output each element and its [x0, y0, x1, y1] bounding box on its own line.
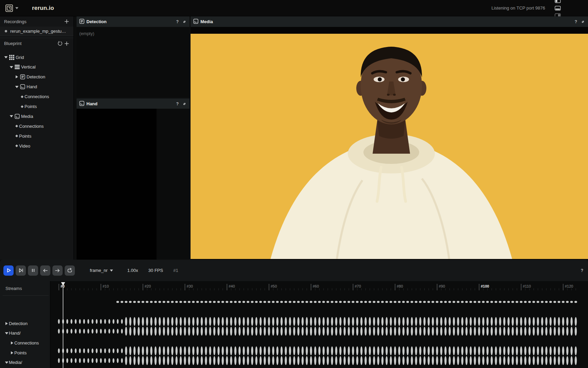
tree-item-label: Connections [14, 340, 39, 346]
chevron-down-icon[interactable] [4, 360, 9, 365]
view-2d-icon [193, 19, 198, 25]
svg-text:#30: #30 [187, 284, 193, 288]
detection-panel-header[interactable]: Detection ? [77, 16, 190, 27]
stream-item-points[interactable]: Points [0, 348, 50, 357]
stream-item-connections[interactable]: Connections [0, 338, 50, 348]
chevron-right-icon[interactable] [14, 74, 19, 80]
detection-help-button[interactable]: ? [176, 19, 179, 24]
blueprint-item-connections[interactable]: Connections [0, 121, 74, 131]
time-panel: frame_nr 1.00x 30 FPS #1 ? Streams Detec… [0, 260, 588, 368]
stream-item-media[interactable]: Media/ [0, 358, 50, 367]
hand-help-button[interactable]: ? [176, 102, 179, 106]
hand-panel-header[interactable]: Hand ? [77, 98, 190, 109]
bullet-icon [14, 143, 19, 149]
blueprint-item-video[interactable]: Video [0, 141, 74, 151]
timeline-ruler[interactable]: #0#10#20#30#40#50#60#70#80#90#100#110#12… [59, 284, 576, 290]
recording-item[interactable]: rerun_example_mp_gestu… [0, 27, 74, 36]
bullet-icon [14, 133, 19, 139]
svg-text:#110: #110 [523, 284, 531, 288]
detection-expand-icon[interactable] [182, 19, 187, 24]
view-2d-icon [79, 101, 84, 107]
media-letterbox [191, 27, 588, 34]
chevron-right-icon[interactable] [10, 350, 14, 355]
blueprint-item-connections[interactable]: Connections [0, 92, 74, 102]
timeline-name: frame_nr [90, 268, 108, 273]
view-2d-icon [14, 113, 20, 119]
svg-text:#60: #60 [313, 284, 319, 288]
svg-text:#20: #20 [145, 284, 151, 288]
chevron-down-icon[interactable] [9, 113, 14, 119]
tree-item-label: Grid [16, 55, 24, 60]
blueprint-item-media[interactable]: Media [0, 111, 74, 121]
tree-item-label: Connections [24, 94, 49, 99]
stream-row-markers-0 [116, 301, 577, 303]
loop-icon [67, 268, 73, 273]
toggle-left-panel-icon [555, 0, 561, 3]
loop-button[interactable] [65, 265, 75, 276]
rerun-viewer-window: { "app": { "title": "rerun.io", "status"… [0, 0, 588, 368]
tree-item-label: Vertical [21, 64, 36, 70]
reset-blueprint-button[interactable] [56, 40, 63, 47]
rerun-logo-menu[interactable] [5, 4, 18, 13]
tree-item-label: Hand [27, 84, 37, 89]
top-bar: rerun.io Listening on TCP port 9876 [0, 0, 588, 16]
step-forward-button[interactable] [52, 265, 63, 276]
stream-item-detection[interactable]: Detection [0, 319, 50, 328]
chevron-down-icon[interactable] [9, 64, 14, 70]
add-recording-button[interactable] [63, 18, 70, 25]
vertical-icon [14, 64, 20, 70]
tree-item-label: Detection [9, 321, 28, 326]
play-button[interactable] [3, 265, 14, 276]
pause-button[interactable] [28, 265, 38, 276]
stream-row-markers-5 [58, 347, 577, 355]
stream-item-hand[interactable]: Hand/ [0, 328, 50, 338]
add-view-button[interactable] [63, 40, 70, 47]
timeline-selector-dropdown[interactable]: frame_nr [90, 268, 113, 273]
hand-video-frame [77, 109, 157, 260]
timeline-data-area[interactable]: #0#10#20#30#40#50#60#70#80#90#100#110#12… [50, 281, 588, 368]
media-video-frame [191, 34, 588, 259]
playhead[interactable] [61, 282, 65, 368]
tree-item-label: Connections [19, 124, 44, 129]
step-back-icon [42, 268, 48, 273]
blueprint-item-points[interactable]: Points [0, 102, 74, 111]
chevron-down-icon[interactable] [4, 331, 9, 336]
svg-text:#70: #70 [355, 284, 361, 288]
blueprint-item-points[interactable]: Points [0, 131, 74, 141]
tree-item-label: Hand/ [9, 331, 21, 336]
toggle-bottom-panel-button[interactable] [553, 4, 562, 12]
detection-panel-content[interactable]: (empty) [77, 27, 190, 97]
blueprint-item-detection[interactable]: Detection [0, 72, 74, 82]
playback-fps[interactable]: 30 FPS [148, 268, 163, 273]
blueprint-header: Blueprint [0, 38, 74, 49]
rerun-logo-icon [5, 4, 14, 13]
chevron-down-icon[interactable] [14, 84, 19, 90]
chevron-right-icon[interactable] [4, 321, 9, 326]
tree-item-label: Detection [27, 74, 45, 79]
blueprint-item-grid[interactable]: Grid [0, 52, 74, 62]
bullet-icon [20, 104, 24, 109]
chevron-down-icon[interactable] [3, 55, 8, 60]
playback-toolbar: frame_nr 1.00x 30 FPS #1 ? [0, 260, 588, 281]
follow-icon [18, 267, 24, 273]
playback-speed[interactable]: 1.00x [127, 268, 138, 273]
text-log-icon [19, 74, 26, 80]
playback-button-group [3, 265, 77, 276]
bullet-icon [20, 94, 24, 99]
blueprint-item-vertical[interactable]: Vertical [0, 62, 74, 72]
step-back-button[interactable] [40, 265, 50, 276]
media-expand-icon[interactable] [581, 19, 585, 24]
chevron-right-icon[interactable] [10, 340, 14, 346]
connection-status: Listening on TCP port 9876 [491, 5, 545, 11]
media-panel-header[interactable]: Media ? [191, 16, 588, 27]
tree-item-label: Media [21, 114, 33, 119]
media-help-button[interactable]: ? [575, 19, 577, 24]
blueprint-item-hand[interactable]: Hand [0, 82, 74, 92]
hand-expand-icon[interactable] [182, 102, 187, 106]
follow-button[interactable] [16, 265, 26, 276]
toggle-left-panel-button[interactable] [553, 0, 562, 4]
hand-panel-content[interactable] [77, 109, 190, 260]
dropdown-caret-icon [110, 270, 113, 272]
time-panel-help-button[interactable]: ? [581, 268, 583, 273]
media-panel-content[interactable] [191, 27, 588, 260]
